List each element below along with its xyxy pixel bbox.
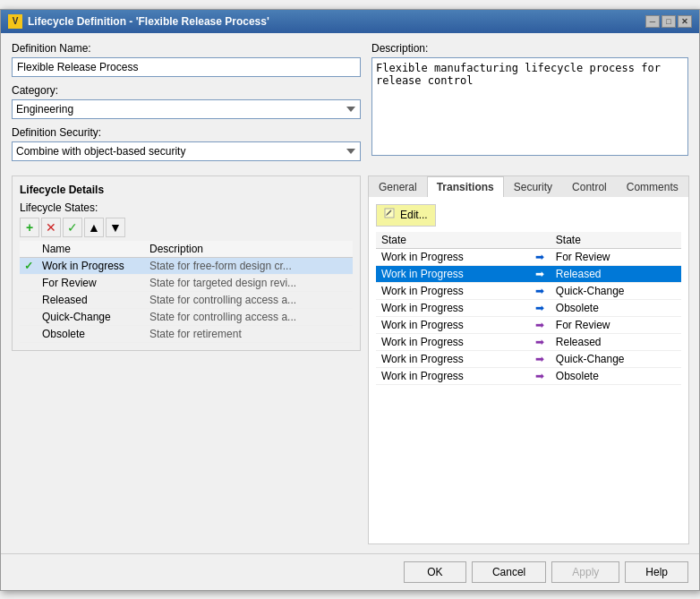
transition-arrow: ➡ (529, 350, 551, 367)
state-row[interactable]: Quick-Change State for controlling acces… (20, 308, 353, 325)
transition-row[interactable]: Work in Progress ➡ Quick-Change (376, 350, 681, 367)
transition-row[interactable]: Work in Progress ➡ Obsolete (376, 299, 681, 316)
add-state-button[interactable]: + (20, 218, 39, 237)
state-row[interactable]: Obsolete State for retirement (20, 325, 353, 342)
state-row[interactable]: ✓ Work in Progress State for free-form d… (20, 257, 353, 274)
tabs-header: General Transitions Security Control Com… (369, 176, 688, 197)
help-button[interactable]: Help (625, 561, 688, 583)
transition-to: For Review (551, 316, 681, 333)
state-description: State for retirement (145, 325, 353, 342)
arrow-header (529, 232, 551, 249)
maximize-button[interactable]: □ (662, 15, 676, 28)
desc-header: Description (145, 241, 353, 258)
ok-button[interactable]: OK (404, 561, 466, 583)
state-description: State for free-form design cr... (145, 257, 353, 274)
transition-from: Work in Progress (376, 299, 529, 316)
state-check: ✓ (20, 257, 38, 274)
transition-to: Obsolete (551, 299, 681, 316)
tab-comments[interactable]: Comments (617, 176, 688, 197)
category-select[interactable]: Engineering (12, 99, 361, 119)
transition-from: Work in Progress (376, 367, 529, 384)
transition-row[interactable]: Work in Progress ➡ For Review (376, 248, 681, 265)
name-header: Name (38, 241, 145, 258)
transition-row[interactable]: Work in Progress ➡ Released (376, 333, 681, 350)
tab-security[interactable]: Security (504, 176, 562, 197)
left-panel: Lifecycle Details Lifecycle States: + ✕ … (12, 175, 361, 544)
state-description: State for controlling access a... (145, 308, 353, 325)
transition-from: Work in Progress (376, 316, 529, 333)
cancel-button[interactable]: Cancel (472, 561, 546, 583)
transition-arrow: ➡ (529, 282, 551, 299)
state-name: Obsolete (38, 325, 145, 342)
app-icon: V (8, 14, 22, 29)
state-name: Quick-Change (38, 308, 145, 325)
states-label: Lifecycle States: (20, 201, 353, 214)
transition-from: Work in Progress (376, 350, 529, 367)
window-title: Lifecycle Definition - 'Flexible Release… (28, 15, 269, 28)
security-group: Definition Security: Combine with object… (12, 126, 361, 161)
transition-row[interactable]: Work in Progress ➡ Obsolete (376, 367, 681, 384)
states-table-header: Name Description (20, 241, 353, 258)
transition-from: Work in Progress (376, 248, 529, 265)
security-label: Definition Security: (12, 126, 361, 139)
transition-from: Work in Progress (376, 333, 529, 350)
security-select[interactable]: Combine with object-based security (12, 141, 361, 161)
edit-icon (384, 208, 397, 223)
transition-arrow: ➡ (529, 333, 551, 350)
from-state-header: State (376, 232, 529, 249)
transition-row[interactable]: Work in Progress ➡ For Review (376, 316, 681, 333)
description-textarea[interactable]: Flexible manufacturing lifecycle process… (371, 57, 688, 156)
check-icon: ✓ (67, 220, 78, 235)
edit-label: Edit... (400, 209, 428, 221)
main-area: Lifecycle Details Lifecycle States: + ✕ … (12, 175, 688, 544)
transitions-header: State State (376, 232, 681, 249)
state-row[interactable]: For Review State for targeted design rev… (20, 274, 353, 291)
tab-general[interactable]: General (369, 176, 427, 197)
description-label: Description: (371, 42, 688, 55)
check-state-button[interactable]: ✓ (63, 218, 82, 237)
move-up-button[interactable]: ▲ (84, 218, 104, 237)
category-label: Category: (12, 84, 361, 97)
transition-to: Released (551, 333, 681, 350)
states-table: Name Description ✓ Work in Progress Stat… (20, 241, 353, 343)
state-name: For Review (38, 274, 145, 291)
tab-control[interactable]: Control (562, 176, 617, 197)
state-description: State for controlling access a... (145, 291, 353, 308)
tab-transitions[interactable]: Transitions (427, 176, 504, 197)
transition-to: Quick-Change (551, 282, 681, 299)
edit-button[interactable]: Edit... (376, 204, 436, 227)
move-down-button[interactable]: ▼ (106, 218, 125, 237)
transition-row[interactable]: Work in Progress ➡ Released (376, 265, 681, 282)
to-state-header: State (551, 232, 681, 249)
state-row[interactable]: Released State for controlling access a.… (20, 291, 353, 308)
transitions-table: State State Work in Progress ➡ For Revie… (376, 232, 681, 385)
right-top-col: Description: Flexible manufacturing life… (371, 42, 688, 168)
close-button[interactable]: ✕ (678, 15, 692, 28)
title-bar-left: V Lifecycle Definition - 'Flexible Relea… (8, 14, 269, 29)
transition-row[interactable]: Work in Progress ➡ Quick-Change (376, 282, 681, 299)
state-check (20, 291, 38, 308)
delete-icon: ✕ (46, 220, 56, 235)
definition-name-group: Definition Name: (12, 42, 361, 77)
state-check (20, 274, 38, 291)
right-panel: General Transitions Security Control Com… (368, 175, 689, 544)
transition-to: Released (551, 265, 681, 282)
delete-state-button[interactable]: ✕ (41, 218, 61, 237)
transition-to: Obsolete (551, 367, 681, 384)
check-header (20, 241, 38, 258)
description-group: Description: Flexible manufacturing life… (371, 42, 688, 156)
minimize-button[interactable]: ─ (645, 15, 660, 28)
lifecycle-outer: Lifecycle Details Lifecycle States: + ✕ … (12, 175, 361, 351)
apply-button[interactable]: Apply (551, 561, 619, 583)
definition-name-input[interactable] (12, 57, 361, 77)
down-icon: ▼ (109, 220, 122, 235)
main-window: V Lifecycle Definition - 'Flexible Relea… (0, 9, 700, 591)
transition-to: Quick-Change (551, 350, 681, 367)
title-controls[interactable]: ─ □ ✕ (645, 15, 692, 28)
top-section: Definition Name: Category: Engineering D… (12, 42, 688, 168)
state-check (20, 325, 38, 342)
up-icon: ▲ (88, 220, 100, 235)
state-check (20, 308, 38, 325)
transition-arrow: ➡ (529, 299, 551, 316)
lifecycle-title: Lifecycle Details (20, 184, 353, 196)
